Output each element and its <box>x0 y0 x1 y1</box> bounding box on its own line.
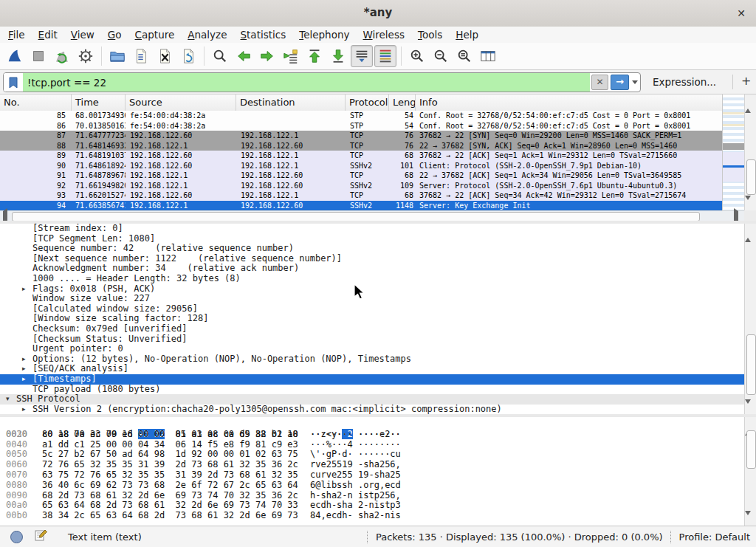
capture-options-button[interactable] <box>75 45 97 67</box>
detail-row[interactable]: ▸Options: (12 bytes), No-Operation (NOP)… <box>0 354 744 365</box>
hex-row[interactable]: 009068 2d 73 68 61 32 2d 6e 69 73 74 70 … <box>0 491 744 501</box>
scroll-left-icon[interactable] <box>0 211 10 221</box>
expander-icon[interactable]: ▸ <box>22 374 32 385</box>
filter-apply-icon[interactable]: → <box>611 75 629 90</box>
menu-telephony[interactable]: Telephony <box>292 27 356 43</box>
hex-ascii[interactable]: ···%···4 ········ <box>310 440 401 450</box>
packet-row[interactable]: 8670.013850163fe:54:00:d4:38:2aSTP54Conf… <box>0 121 722 131</box>
capture-comment-icon[interactable] <box>35 529 47 544</box>
scroll-down-icon[interactable] <box>745 404 756 414</box>
hex-ascii[interactable]: ····y··· ········ <box>310 430 401 440</box>
hex-ascii[interactable]: 6@libssh .org,ecd <box>310 481 401 491</box>
open-file-button[interactable] <box>106 45 128 67</box>
column-destination[interactable]: Destination <box>236 94 346 111</box>
hex-ascii[interactable]: 84,ecdh- sha2-nis <box>310 511 401 521</box>
scroll-thumb[interactable] <box>746 334 756 395</box>
detail-row[interactable]: Checksum: 0x79ed [unverified] <box>0 324 744 334</box>
expander-icon[interactable]: ▾ <box>6 394 16 405</box>
menu-file[interactable]: File <box>1 27 32 43</box>
packet-list-hscrollbar[interactable] <box>0 210 744 221</box>
column-no[interactable]: No. <box>0 94 72 111</box>
hex-ascii[interactable]: curve255 19-sha25 <box>310 470 401 481</box>
go-forward-button[interactable] <box>256 45 278 67</box>
column-protocol[interactable]: Protocol <box>346 94 389 111</box>
menu-tools[interactable]: Tools <box>411 27 449 43</box>
hex-bytes[interactable]: 38 34 2c 65 63 64 68 2d 73 68 61 32 2d 6… <box>42 511 298 521</box>
hex-ascii[interactable]: rve25519 -sha256, <box>310 460 401 470</box>
filter-dropdown-icon[interactable] <box>630 73 640 92</box>
filter-clear-icon[interactable]: ✕ <box>591 75 608 90</box>
zoom-out-button[interactable] <box>430 45 452 67</box>
display-filter-input[interactable]: !tcp.port == 22 ✕ → <box>3 72 641 92</box>
start-capture-button[interactable] <box>4 45 26 67</box>
scroll-down-icon[interactable] <box>745 515 756 526</box>
go-to-packet-button[interactable] <box>280 45 302 67</box>
hex-bytes[interactable]: 68 2d 73 68 61 32 2d 6e 69 73 74 70 32 3… <box>42 491 298 501</box>
hex-row[interactable]: 008036 40 6c 69 62 73 73 68 2e 6f 72 67 … <box>0 481 744 491</box>
close-window-icon[interactable]: ✕ <box>734 6 749 21</box>
zoom-original-button[interactable] <box>453 45 475 67</box>
packet-row[interactable]: 8971.648191037192.168.122.60192.168.122.… <box>0 151 722 161</box>
expander-icon[interactable]: ▸ <box>22 405 32 414</box>
detail-row[interactable]: ▸Flags: 0x018 (PSH, ACK) <box>0 284 744 295</box>
save-file-button[interactable] <box>130 45 152 67</box>
hex-ascii[interactable]: ecdh-sha 2-nistp3 <box>310 500 401 511</box>
column-source[interactable]: Source <box>126 94 236 111</box>
packet-row[interactable]: 8568.001734936fe:54:00:d4:38:2aSTP54Conf… <box>0 111 722 121</box>
menu-capture[interactable]: Capture <box>128 27 182 43</box>
scroll-up-icon[interactable] <box>745 224 756 234</box>
hex-row[interactable]: 007063 75 72 76 65 32 35 35 31 39 2d 73 … <box>0 470 744 481</box>
detail-row[interactable]: ▸[SEQ/ACK analysis] <box>0 364 744 374</box>
hex-ascii[interactable]: h-sha2-n istp256, <box>310 491 401 501</box>
profile-label[interactable]: Profile: Default <box>679 531 750 543</box>
detail-row[interactable]: [Next sequence number: 1122 (relative se… <box>0 254 744 264</box>
menu-view[interactable]: View <box>64 27 101 43</box>
packet-row[interactable]: 9371.662015274192.168.122.60192.168.122.… <box>0 190 722 201</box>
detail-row[interactable]: TCP payload (1080 bytes) <box>0 385 744 395</box>
filter-bookmark-icon[interactable] <box>4 73 23 92</box>
first-packet-button[interactable] <box>303 45 326 67</box>
detail-row[interactable]: [Window size scaling factor: 128] <box>0 314 744 324</box>
title-bar[interactable]: *any ✕ <box>0 0 756 27</box>
menu-wireless[interactable]: Wireless <box>356 27 411 43</box>
hex-bytes[interactable]: 63 75 72 76 65 32 35 35 31 39 2d 73 68 6… <box>42 470 298 481</box>
detail-row[interactable]: Acknowledgment number: 34 (relative ack … <box>0 264 744 274</box>
expression-button[interactable]: Expression... <box>653 76 716 88</box>
close-file-button[interactable] <box>154 45 176 67</box>
menu-edit[interactable]: Edit <box>32 27 64 43</box>
restart-capture-button[interactable] <box>51 45 73 67</box>
detail-row[interactable]: [Calculated window size: 29056] <box>0 304 744 314</box>
scroll-up-icon[interactable] <box>745 417 756 427</box>
packet-row[interactable]: 9071.648618924192.168.122.60192.168.122.… <box>0 161 722 171</box>
packet-row[interactable]: 8771.647777234192.168.122.60192.168.122.… <box>0 131 722 141</box>
hex-bytes[interactable]: 36 40 6c 69 62 73 73 68 2e 6f 72 67 2c 6… <box>42 481 298 491</box>
last-packet-button[interactable] <box>327 45 349 67</box>
packet-minimap-scrollbar[interactable] <box>722 94 744 210</box>
auto-scroll-toggle-button[interactable] <box>351 45 373 67</box>
expert-info-icon[interactable] <box>10 531 23 543</box>
menu-statistics[interactable]: Statistics <box>233 27 292 43</box>
hex-row[interactable]: 0040a1 dd c1 25 00 00 04 34 06 14 f5 e8 … <box>0 440 744 450</box>
hex-bytes[interactable]: 65 63 64 68 2d 73 68 61 32 2d 6e 69 73 7… <box>42 500 298 511</box>
resize-columns-button[interactable] <box>477 45 499 67</box>
detail-row[interactable]: [Checksum Status: Unverified] <box>0 334 744 345</box>
detail-row[interactable]: Urgent pointer: 0 <box>0 344 744 354</box>
hex-bytes[interactable]: a1 dd c1 25 00 00 04 34 06 14 f5 e8 f9 8… <box>42 440 298 450</box>
zoom-in-button[interactable] <box>406 45 428 67</box>
reload-file-button[interactable] <box>177 45 199 67</box>
find-packet-button[interactable] <box>209 45 231 67</box>
packet-row[interactable]: 9271.661949820192.168.122.1192.168.122.6… <box>0 181 722 191</box>
menu-help[interactable]: Help <box>449 27 485 43</box>
colorize-toggle-button[interactable] <box>374 45 396 67</box>
scroll-right-icon[interactable] <box>734 211 744 221</box>
packet-row-selected[interactable]: 9471.663856741192.168.122.1192.168.122.6… <box>0 201 722 211</box>
hex-vscrollbar[interactable] <box>744 417 756 526</box>
expander-icon[interactable]: ▸ <box>22 284 32 295</box>
packet-row[interactable]: 8871.648146932192.168.122.1192.168.122.6… <box>0 141 722 151</box>
go-back-button[interactable] <box>233 45 255 67</box>
scroll-thumb[interactable] <box>746 430 756 469</box>
hex-ascii[interactable]: \'·gP·d· ······cu <box>310 450 401 460</box>
hex-row[interactable]: 0020c0 a8 7a 3c 00 16 93 32 85 a3 ac c0 … <box>0 419 744 430</box>
hex-bytes[interactable]: 80 18 00 e3 79 ed 00 00 01 01 08 0a d9 8… <box>42 430 298 440</box>
detail-row[interactable]: [Stream index: 0] <box>0 224 744 234</box>
